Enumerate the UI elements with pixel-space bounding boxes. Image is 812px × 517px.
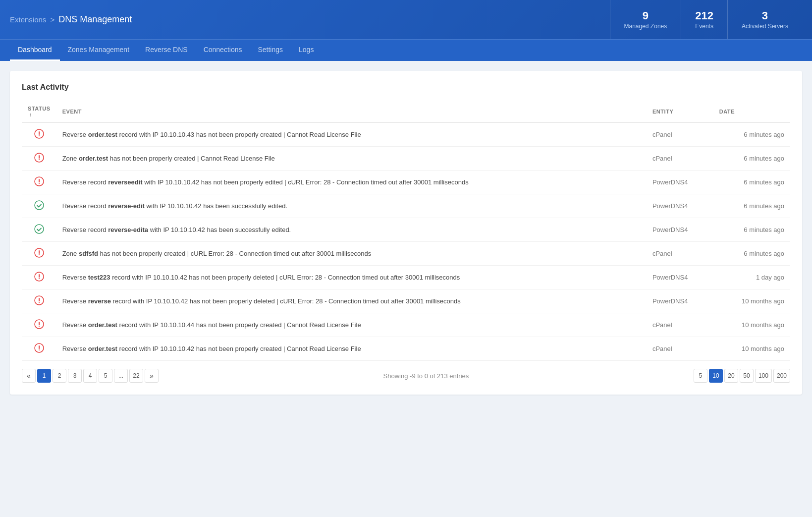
- pagination-ellipsis: ...: [114, 369, 128, 383]
- date-cell: 6 minutes ago: [713, 147, 790, 171]
- table-row: Reverse record reverseedit with IP 10.10…: [22, 171, 790, 194]
- event-cell: Zone sdfsfd has not been properly create…: [56, 242, 647, 266]
- table-row: Reverse test223 record with IP 10.10.10.…: [22, 266, 790, 289]
- stat-item-activated-servers[interactable]: 3Activated Servers: [727, 0, 802, 39]
- svg-point-19: [39, 302, 40, 303]
- pagination-next[interactable]: »: [145, 369, 159, 383]
- col-event: EVENT: [56, 102, 647, 123]
- showing-text: Showing -9 to 0 of 213 entries: [383, 372, 469, 380]
- entity-cell: PowerDNS4: [647, 266, 713, 289]
- table-row: Reverse record reverse-edit with IP 10.1…: [22, 194, 790, 218]
- error-icon: [34, 295, 44, 305]
- status-cell: [22, 289, 56, 313]
- svg-point-13: [39, 254, 40, 255]
- nav-item-zones-management[interactable]: Zones Management: [60, 40, 138, 61]
- date-cell: 6 minutes ago: [713, 218, 790, 242]
- entity-cell: PowerDNS4: [647, 171, 713, 194]
- svg-point-2: [39, 135, 40, 136]
- entity-cell: cPanel: [647, 147, 713, 171]
- event-cell: Zone order.test has not been properly cr…: [56, 147, 647, 171]
- event-cell: Reverse order.test record with IP 10.10.…: [56, 313, 647, 337]
- stat-item-managed-zones[interactable]: 9Managed Zones: [610, 0, 681, 39]
- per-page-btn-100[interactable]: 100: [755, 369, 772, 383]
- main-nav: DashboardZones ManagementReverse DNSConn…: [0, 39, 812, 61]
- table-row: Zone order.test has not been properly cr…: [22, 147, 790, 171]
- pagination-page-22[interactable]: 22: [129, 369, 143, 383]
- entity-cell: cPanel: [647, 337, 713, 361]
- breadcrumb-extensions[interactable]: Extensions: [10, 15, 46, 24]
- per-page-btn-10[interactable]: 10: [709, 369, 723, 383]
- svg-point-8: [39, 183, 40, 184]
- event-cell: Reverse reverse record with IP 10.10.10.…: [56, 289, 647, 313]
- table-row: Reverse reverse record with IP 10.10.10.…: [22, 289, 790, 313]
- table-footer: «12345...22» Showing -9 to 0 of 213 entr…: [22, 369, 790, 383]
- per-page-btn-200[interactable]: 200: [773, 369, 790, 383]
- header-stats: 9Managed Zones212Events3Activated Server…: [610, 0, 803, 39]
- date-cell: 6 minutes ago: [713, 123, 790, 147]
- col-entity: ENTITY: [647, 102, 713, 123]
- entity-cell: PowerDNS4: [647, 218, 713, 242]
- status-cell: [22, 171, 56, 194]
- error-icon: [34, 319, 44, 329]
- date-cell: 10 months ago: [713, 289, 790, 313]
- status-cell: [22, 242, 56, 266]
- table-row: Zone sdfsfd has not been properly create…: [22, 242, 790, 266]
- event-cell: Reverse order.test record with IP 10.10.…: [56, 337, 647, 361]
- date-cell: 10 months ago: [713, 337, 790, 361]
- svg-point-22: [39, 326, 40, 327]
- breadcrumb-current: DNS Management: [58, 14, 132, 25]
- pagination-page-5[interactable]: 5: [99, 369, 112, 383]
- svg-point-5: [39, 159, 40, 160]
- col-date: DATE: [713, 102, 790, 123]
- status-cell: [22, 337, 56, 361]
- date-cell: 6 minutes ago: [713, 171, 790, 194]
- status-cell: [22, 218, 56, 242]
- svg-point-10: [35, 225, 44, 233]
- col-status[interactable]: STATUS ↑: [22, 102, 56, 123]
- header: Extensions > DNS Management 9Managed Zon…: [0, 0, 812, 39]
- pagination-prev[interactable]: «: [22, 369, 36, 383]
- event-cell: Reverse record reverse-edit with IP 10.1…: [56, 194, 647, 218]
- error-icon: [34, 153, 44, 163]
- table-row: Reverse order.test record with IP 10.10.…: [22, 337, 790, 361]
- status-cell: [22, 147, 56, 171]
- breadcrumb-separator: >: [50, 15, 54, 24]
- table-row: Reverse order.test record with IP 10.10.…: [22, 123, 790, 147]
- nav-item-settings[interactable]: Settings: [250, 40, 291, 61]
- event-cell: Reverse test223 record with IP 10.10.10.…: [56, 266, 647, 289]
- entity-cell: PowerDNS4: [647, 289, 713, 313]
- sort-icon-status: ↑: [29, 112, 32, 117]
- svg-point-25: [39, 349, 40, 350]
- svg-point-9: [35, 201, 44, 210]
- activity-card: Last Activity STATUS ↑ EVENT ENTITY DATE: [10, 71, 802, 395]
- event-cell: Reverse record reverse-edita with IP 10.…: [56, 218, 647, 242]
- header-left: Extensions > DNS Management: [10, 14, 610, 25]
- pagination-page-4[interactable]: 4: [83, 369, 97, 383]
- nav-item-connections[interactable]: Connections: [196, 40, 250, 61]
- pagination-page-3[interactable]: 3: [68, 369, 82, 383]
- nav-item-dashboard[interactable]: Dashboard: [10, 40, 60, 61]
- error-icon: [34, 176, 44, 186]
- date-cell: 10 months ago: [713, 313, 790, 337]
- stat-item-events[interactable]: 212Events: [681, 0, 727, 39]
- table-row: Reverse order.test record with IP 10.10.…: [22, 313, 790, 337]
- per-page-btn-20[interactable]: 20: [724, 369, 738, 383]
- per-page-btn-50[interactable]: 50: [740, 369, 754, 383]
- error-icon: [34, 343, 44, 353]
- entity-cell: cPanel: [647, 242, 713, 266]
- per-page-selector: 5102050100200: [694, 369, 790, 383]
- event-cell: Reverse order.test record with IP 10.10.…: [56, 123, 647, 147]
- pagination: «12345...22»: [22, 369, 159, 383]
- date-cell: 6 minutes ago: [713, 242, 790, 266]
- pagination-page-1[interactable]: 1: [37, 369, 51, 383]
- pagination-page-2[interactable]: 2: [53, 369, 66, 383]
- status-cell: [22, 123, 56, 147]
- nav-item-logs[interactable]: Logs: [291, 40, 322, 61]
- entity-cell: cPanel: [647, 123, 713, 147]
- per-page-btn-5[interactable]: 5: [694, 369, 707, 383]
- status-cell: [22, 194, 56, 218]
- status-cell: [22, 266, 56, 289]
- nav-item-reverse-dns[interactable]: Reverse DNS: [137, 40, 196, 61]
- error-icon: [34, 272, 44, 282]
- table-body: Reverse order.test record with IP 10.10.…: [22, 123, 790, 361]
